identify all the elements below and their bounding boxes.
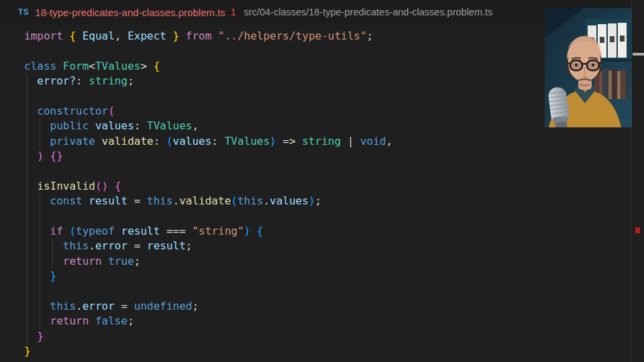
- code-line[interactable]: }: [24, 269, 392, 284]
- code-line[interactable]: return true;: [24, 254, 392, 269]
- code-editor[interactable]: import { Equal, Expect } from "../helper…: [0, 24, 631, 362]
- webcam-overlay: [545, 8, 632, 127]
- code-line[interactable]: const result = this.validate(this.values…: [24, 194, 392, 208]
- code-line[interactable]: [24, 89, 392, 104]
- code-line[interactable]: }: [24, 344, 392, 359]
- code-line[interactable]: [24, 164, 392, 179]
- code-lines: import { Equal, Expect } from "../helper…: [24, 29, 392, 359]
- tab-file-name[interactable]: 18-type-predicates-and-classes.problem.t…: [35, 7, 225, 18]
- code-line[interactable]: return false;: [24, 314, 392, 328]
- code-line[interactable]: constructor(: [24, 104, 392, 119]
- code-line[interactable]: [24, 209, 392, 224]
- breadcrumb[interactable]: src/04-classes/18-type-predicates-and-cl…: [244, 7, 493, 17]
- code-line[interactable]: import { Equal, Expect } from "../helper…: [24, 29, 392, 44]
- code-line[interactable]: }: [24, 329, 392, 344]
- code-line[interactable]: this.error = result;: [24, 239, 392, 253]
- code-line[interactable]: class Form<TValues> {: [24, 59, 392, 74]
- code-line[interactable]: public values: TValues,: [24, 119, 392, 133]
- presenter-illustration: [545, 8, 632, 127]
- code-line[interactable]: if (typeof result === "string") {: [24, 224, 392, 239]
- tab-error-count-badge: 1: [231, 7, 236, 17]
- code-line[interactable]: private validate: (values: TValues) => s…: [24, 134, 392, 149]
- code-line[interactable]: [24, 284, 392, 299]
- code-line[interactable]: this.error = undefined;: [24, 299, 392, 314]
- typescript-file-icon: TS: [18, 7, 29, 17]
- overview-ruler-cursor-marker: [633, 53, 644, 56]
- code-line[interactable]: error?: string;: [24, 74, 392, 88]
- code-line[interactable]: ) {}: [24, 149, 392, 164]
- code-line[interactable]: isInvalid() {: [24, 179, 392, 194]
- overview-ruler-error-marker: [635, 227, 640, 233]
- code-line[interactable]: [24, 44, 392, 58]
